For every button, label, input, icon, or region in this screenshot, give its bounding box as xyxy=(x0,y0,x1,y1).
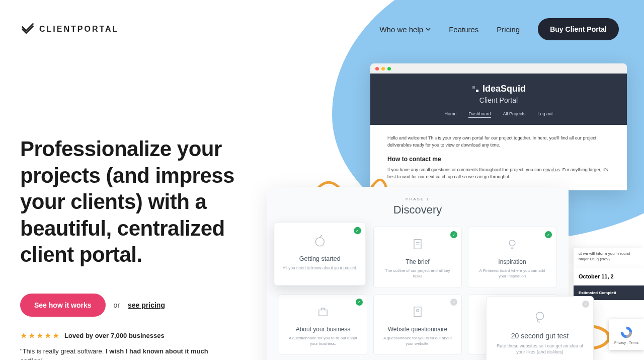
star-icon: ★ xyxy=(28,331,35,340)
mock-body: Hello and welcome! This is your very own… xyxy=(370,125,627,190)
social-proof-row: ★ ★ ★ ★ ★ Loved by over 7,000 businesses xyxy=(20,331,282,340)
phase-card: ✓ Getting started All you need to know a… xyxy=(274,223,366,286)
star-icon: ★ xyxy=(52,331,59,340)
document-icon xyxy=(411,237,425,251)
phase-title: Discovery xyxy=(279,203,556,217)
window-maximize-icon xyxy=(387,67,391,70)
mock-email-link: email us xyxy=(543,167,560,172)
mock-nav-all-projects: All Projects xyxy=(503,111,526,118)
phase-label: PHASE 1 xyxy=(279,197,556,201)
phase-card: ✓ About your business A questionnaire fo… xyxy=(279,294,367,355)
nav-pricing[interactable]: Pricing xyxy=(497,25,520,34)
svg-point-3 xyxy=(315,238,324,246)
nav-who-we-help[interactable]: Who we help xyxy=(379,25,431,34)
buy-button[interactable]: Buy Client Portal xyxy=(538,18,619,40)
svg-rect-10 xyxy=(319,310,327,316)
side-date: October 11, 2 xyxy=(574,267,644,285)
briefcase-icon xyxy=(316,305,330,319)
pending-icon: ✓ xyxy=(582,301,589,308)
window-minimize-icon xyxy=(381,67,385,70)
side-widget: ct we will inform you in round major US … xyxy=(574,248,644,300)
svg-point-13 xyxy=(536,312,544,320)
card-title: Inspiration xyxy=(475,258,549,265)
apple-icon xyxy=(312,233,327,248)
or-text: or xyxy=(114,301,120,309)
testimonial-quote: "This is really great software. I wish I… xyxy=(20,346,231,361)
brand-logo[interactable]: CLIENTPORTAL xyxy=(20,22,119,37)
star-icon: ★ xyxy=(36,331,43,340)
check-icon: ✓ xyxy=(545,231,552,238)
mock-logo-icon xyxy=(471,85,479,93)
check-icon: ✓ xyxy=(356,299,363,306)
see-pricing-link[interactable]: see pricing xyxy=(128,301,165,309)
social-proof-text: Loved by over 7,000 businesses xyxy=(64,332,165,339)
logo-icon xyxy=(20,22,35,37)
hero-section: Professionalize your projects (and impre… xyxy=(0,40,282,360)
mock-contact-heading: How to contact me xyxy=(387,155,610,164)
window-close-icon xyxy=(375,67,379,70)
chevron-down-icon xyxy=(426,27,431,32)
card-desc: All you need to know about your project. xyxy=(282,265,358,271)
cta-row: See how it works or see pricing xyxy=(20,294,282,317)
card-desc: A questionnaire for you to fill out abou… xyxy=(286,335,360,346)
brand-name: CLIENTPORTAL xyxy=(39,25,119,34)
popout-card: ✓ 20 second gut test Rate these websites… xyxy=(486,296,594,360)
mock-welcome-text: Hello and welcome! This is your very own… xyxy=(387,135,610,149)
svg-rect-1 xyxy=(472,86,475,89)
form-icon xyxy=(411,305,425,319)
mock-nav-home: Home xyxy=(444,111,456,118)
mock-brand: IdeaSquid xyxy=(370,84,627,94)
check-icon: ✓ xyxy=(354,227,361,235)
svg-rect-4 xyxy=(414,240,421,249)
phase-card: ✓ Website questionnaire A questionnaire … xyxy=(373,294,462,355)
svg-point-12 xyxy=(417,309,419,312)
card-title: Getting started xyxy=(282,255,358,263)
popout-title: 20 second gut test xyxy=(496,332,584,340)
popout-desc: Rate these websites so I can get an idea… xyxy=(496,343,584,355)
card-title: Website questionnaire xyxy=(381,326,454,333)
lightbulb-icon xyxy=(505,237,519,251)
svg-rect-2 xyxy=(476,90,478,92)
site-header: CLIENTPORTAL Who we help Features Pricin… xyxy=(0,0,644,40)
see-how-button[interactable]: See how it works xyxy=(20,294,106,317)
card-desc: A Pinterest board where you can add your… xyxy=(475,268,549,279)
svg-point-7 xyxy=(509,240,515,246)
card-desc: The outline of our project and all key t… xyxy=(381,268,454,279)
mock-nav-dashboard: Dashboard xyxy=(468,111,491,118)
star-icon: ★ xyxy=(44,331,51,340)
pending-icon: ✓ xyxy=(450,299,457,306)
mock-subtitle: Client Portal xyxy=(370,96,627,104)
mock-nav: Home Dashboard All Projects Log out xyxy=(370,111,627,118)
phase-card: ✓ Inspiration A Pinterest board where yo… xyxy=(468,227,556,287)
product-mock-window: IdeaSquid Client Portal Home Dashboard A… xyxy=(370,63,627,190)
mock-nav-logout: Log out xyxy=(538,111,553,118)
hero-headline: Professionalize your projects (and impre… xyxy=(20,136,282,268)
recaptcha-icon xyxy=(619,325,634,340)
browser-chrome xyxy=(370,63,627,74)
star-rating: ★ ★ ★ ★ ★ xyxy=(20,331,59,340)
check-icon: ✓ xyxy=(450,231,457,238)
card-title: About your business xyxy=(286,326,360,333)
mock-app-header: IdeaSquid Client Portal Home Dashboard A… xyxy=(370,74,627,125)
main-nav: Who we help Features Pricing Buy Client … xyxy=(379,18,619,40)
mock-contact-text: If you have any small questions or comme… xyxy=(387,167,610,180)
side-info-text: ct we will inform you in round major US … xyxy=(574,248,644,267)
recaptcha-badge[interactable]: Privacy - Terms xyxy=(609,319,644,350)
recaptcha-privacy-link[interactable]: Privacy - Terms xyxy=(614,341,638,344)
head-icon xyxy=(532,310,547,325)
phase-card: ✓ The brief The outline of our project a… xyxy=(373,227,462,287)
star-icon: ★ xyxy=(20,331,27,340)
card-desc: A questionnaire for you to fill out abou… xyxy=(381,335,454,346)
card-title: The brief xyxy=(381,258,454,265)
nav-features[interactable]: Features xyxy=(449,25,478,34)
